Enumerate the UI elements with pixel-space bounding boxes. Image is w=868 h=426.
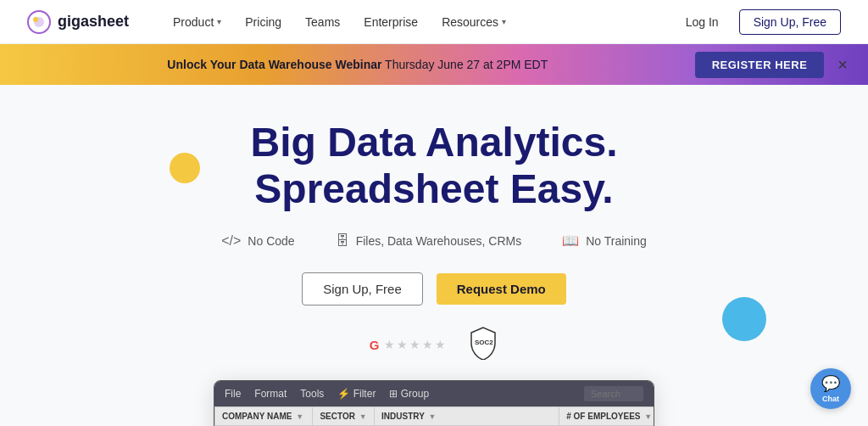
col-sector: SECTOR ▼ — [313, 407, 375, 426]
spreadsheet-search-input[interactable] — [584, 386, 643, 401]
col-employees: # OF EMPLOYEES ▼ — [559, 407, 654, 426]
nav-item-enterprise[interactable]: Enterprise — [353, 10, 428, 34]
hero-badges: G ★★★★★ SOC2 — [20, 326, 848, 363]
nav-item-teams[interactable]: Teams — [295, 10, 350, 34]
nav-item-resources[interactable]: Resources ▾ — [431, 10, 516, 34]
gigasheet-logo-icon — [27, 10, 51, 34]
nav-item-product[interactable]: Product ▾ — [163, 10, 231, 34]
security-badge: SOC2 — [468, 326, 498, 363]
rating-stars: ★★★★★ — [384, 338, 448, 351]
feature-data-sources: 🗄 Files, Data Warehouses, CRMs — [336, 233, 522, 249]
banner-rest-text: Thursday June 27 at 2PM EDT — [385, 58, 548, 71]
hero-signup-button[interactable]: Sign Up, Free — [302, 272, 423, 305]
blue-blob-decoration — [722, 297, 766, 341]
yellow-blob-decoration — [170, 153, 200, 183]
shield-icon: SOC2 — [468, 326, 498, 360]
hero-buttons: Sign Up, Free Request Demo — [20, 272, 848, 305]
svg-text:SOC2: SOC2 — [475, 339, 493, 346]
banner-close-button[interactable]: × — [837, 56, 848, 73]
chat-button[interactable]: 💬 Chat — [810, 368, 851, 409]
banner-text: Unlock Your Data Warehouse Webinar Thurs… — [20, 58, 695, 71]
col-industry: INDUSTRY ▼ — [375, 407, 559, 426]
login-button[interactable]: Log In — [676, 10, 729, 34]
svg-point-2 — [33, 17, 38, 22]
chat-label: Chat — [822, 395, 839, 403]
g2-icon: G — [370, 338, 380, 352]
hero-title: Big Data Analytics. Spreadsheet Easy. — [20, 119, 848, 212]
hero-section: Big Data Analytics. Spreadsheet Easy. </… — [0, 85, 868, 426]
nav-actions: Log In Sign Up, Free — [676, 9, 841, 35]
toolbar-tools[interactable]: Tools — [300, 388, 324, 400]
g2-rating-badge: G ★★★★★ — [370, 338, 448, 352]
spreadsheet-preview: File Format Tools ⚡ Filter ⊞ Group COMPA… — [214, 380, 654, 426]
banner-register-button[interactable]: REGISTER HERE — [695, 52, 825, 78]
toolbar-filter[interactable]: ⚡ Filter — [337, 388, 376, 400]
table-header-row: COMPANY NAME ▼ SECTOR ▼ INDUSTRY ▼ # OF … — [215, 407, 655, 426]
code-icon: </> — [221, 233, 241, 249]
logo-text: gigasheet — [58, 13, 129, 31]
spreadsheet-toolbar: File Format Tools ⚡ Filter ⊞ Group — [214, 381, 654, 406]
signup-button[interactable]: Sign Up, Free — [739, 9, 841, 35]
toolbar-group[interactable]: ⊞ Group — [389, 388, 429, 400]
toolbar-format[interactable]: Format — [254, 388, 287, 400]
chevron-down-icon: ▾ — [217, 17, 221, 26]
navbar: gigasheet Product ▾ Pricing Teams Enterp… — [0, 0, 868, 44]
banner-bold-text: Unlock Your Data Warehouse Webinar — [167, 58, 381, 71]
nav-item-pricing[interactable]: Pricing — [235, 10, 292, 34]
col-company-name: COMPANY NAME ▼ — [215, 407, 313, 426]
feature-no-code: </> No Code — [221, 233, 294, 249]
chat-icon: 💬 — [821, 374, 840, 393]
hero-demo-button[interactable]: Request Demo — [437, 273, 566, 305]
hero-features: </> No Code 🗄 Files, Data Warehouses, CR… — [20, 233, 848, 249]
toolbar-file[interactable]: File — [225, 388, 241, 400]
book-icon: 📖 — [562, 233, 579, 249]
feature-no-training: 📖 No Training — [562, 233, 647, 249]
nav-links: Product ▾ Pricing Teams Enterprise Resou… — [163, 10, 676, 34]
data-table: COMPANY NAME ▼ SECTOR ▼ INDUSTRY ▼ # OF … — [214, 406, 654, 426]
promo-banner: Unlock Your Data Warehouse Webinar Thurs… — [0, 44, 868, 85]
chevron-down-icon: ▾ — [502, 17, 506, 26]
logo[interactable]: gigasheet — [27, 10, 129, 34]
database-icon: 🗄 — [336, 233, 349, 249]
